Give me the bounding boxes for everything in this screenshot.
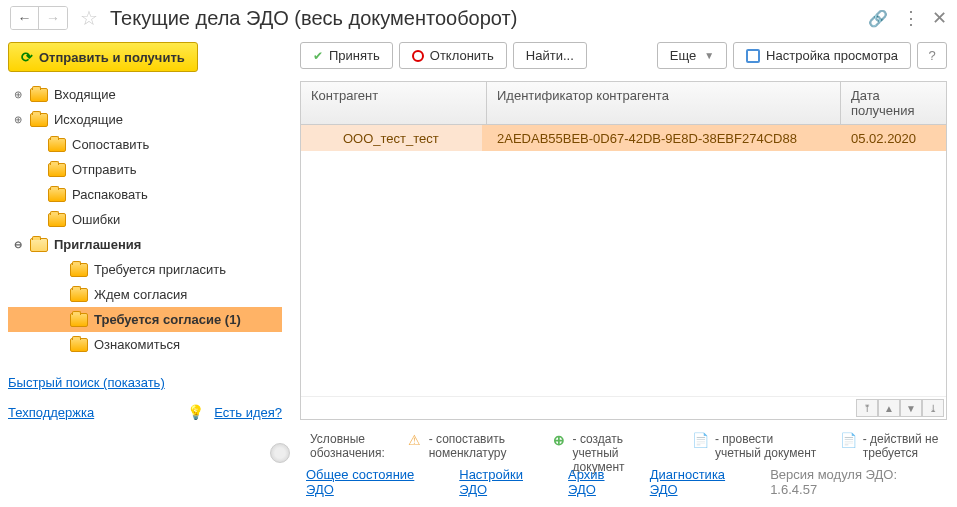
check-icon: ✔ <box>313 49 323 63</box>
tree-item[interactable]: ⊕Входящие <box>8 82 282 107</box>
send-receive-button[interactable]: ⟳ Отправить и получить <box>8 42 198 72</box>
footer-link-settings[interactable]: Настройки ЭДО <box>459 467 554 497</box>
cell-contractor: ООО_тест_тест <box>301 127 487 150</box>
folder-icon <box>70 338 88 352</box>
back-button[interactable]: ← <box>11 7 39 29</box>
table-nav-down[interactable]: ▼ <box>900 399 922 417</box>
legend-text: - провести учетный документ <box>715 432 819 460</box>
support-link[interactable]: Техподдержка <box>8 405 94 420</box>
tree-item[interactable]: Требуется согласие (1) <box>8 307 282 332</box>
folder-icon <box>70 288 88 302</box>
toolbar: ✔ Принять Отклонить Найти... Еще ▼ Настр… <box>300 42 947 69</box>
stop-icon <box>412 50 424 62</box>
folder-icon <box>30 238 48 252</box>
folder-tree: ⊕Входящие⊕ИсходящиеСопоставитьОтправитьР… <box>8 82 282 365</box>
header-actions: 🔗 ⋮ ✕ <box>868 7 947 29</box>
tree-item-label: Исходящие <box>54 112 123 127</box>
quick-search-link[interactable]: Быстрый поиск (показать) <box>8 375 282 390</box>
tree-item[interactable]: Распаковать <box>8 182 282 207</box>
header: ← → ☆ Текущие дела ЭДО (весь документооб… <box>0 0 957 36</box>
collapse-icon[interactable]: ⊖ <box>12 239 24 250</box>
refresh-icon: ⟳ <box>21 49 33 65</box>
tree-item-label: Входящие <box>54 87 116 102</box>
legend-item-post: 📄 - провести учетный документ <box>693 432 819 460</box>
link-icon[interactable]: 🔗 <box>868 9 888 28</box>
tree-item[interactable]: Ошибки <box>8 207 282 232</box>
content-area: ✔ Принять Отклонить Найти... Еще ▼ Настр… <box>290 36 957 426</box>
footer-link-diag[interactable]: Диагностика ЭДО <box>650 467 756 497</box>
tree-item-label: Ошибки <box>72 212 120 227</box>
table-nav: ⤒ ▲ ▼ ⤓ <box>301 396 946 419</box>
legend-text: - действий не требуется <box>863 432 947 460</box>
help-button[interactable]: ? <box>917 42 947 69</box>
legend-label: Условные обозначения: <box>310 432 385 460</box>
table-nav-first[interactable]: ⤒ <box>856 399 878 417</box>
legend-text: - сопоставить номенклатуру <box>429 432 529 460</box>
folder-icon <box>70 263 88 277</box>
find-button[interactable]: Найти... <box>513 42 587 69</box>
accept-button[interactable]: ✔ Принять <box>300 42 393 69</box>
sidebar: ⟳ Отправить и получить ⊕Входящие⊕Исходящ… <box>0 36 290 426</box>
gear-icon <box>746 49 760 63</box>
folder-icon <box>48 188 66 202</box>
tree-item[interactable]: Ознакомиться <box>8 332 282 357</box>
column-header-id[interactable]: Идентификатор контрагента <box>487 82 841 124</box>
folder-icon <box>70 313 88 327</box>
forward-button[interactable]: → <box>39 7 67 29</box>
reject-button[interactable]: Отклонить <box>399 42 507 69</box>
send-receive-label: Отправить и получить <box>39 50 185 65</box>
version-label: Версия модуля ЭДО: 1.6.4.57 <box>770 467 947 497</box>
tree-item[interactable]: ⊕Исходящие <box>8 107 282 132</box>
table-nav-last[interactable]: ⤓ <box>922 399 944 417</box>
view-settings-button[interactable]: Настройка просмотра <box>733 42 911 69</box>
column-header-contractor[interactable]: Контрагент <box>301 82 487 124</box>
folder-icon <box>48 138 66 152</box>
sidebar-bottom: Техподдержка 💡 Есть идея? <box>8 404 282 420</box>
document-dash-icon: 📄 <box>841 432 857 448</box>
folder-icon <box>30 113 48 127</box>
tree-item[interactable]: Требуется пригласить <box>8 257 282 282</box>
folder-icon <box>30 88 48 102</box>
table-row[interactable]: ООО_тест_тест 2AEDAB55BEB-0D67-42DB-9E8D… <box>301 125 946 151</box>
close-icon[interactable]: ✕ <box>932 7 947 29</box>
table: Контрагент Идентификатор контрагента Дат… <box>300 81 947 420</box>
accept-label: Принять <box>329 48 380 63</box>
page-title: Текущие дела ЭДО (весь документооборот) <box>110 7 860 30</box>
tree-item[interactable]: Ждем согласия <box>8 282 282 307</box>
tree-item-label: Сопоставить <box>72 137 149 152</box>
cell-id: 2AEDAB55BEB-0D67-42DB-9E8D-38EBF274CD88 <box>487 127 841 150</box>
footer-link-archive[interactable]: Архив ЭДО <box>568 467 636 497</box>
nav-buttons: ← → <box>10 6 68 30</box>
tree-item[interactable]: ⊖Приглашения <box>8 232 282 257</box>
plus-icon: ⊕ <box>551 432 567 448</box>
footer: Общее состояние ЭДО Настройки ЭДО Архив … <box>0 461 957 503</box>
cell-date: 05.02.2020 <box>841 127 946 150</box>
tree-item-label: Ознакомиться <box>94 337 180 352</box>
tree-item[interactable]: Сопоставить <box>8 132 282 157</box>
table-nav-up[interactable]: ▲ <box>878 399 900 417</box>
expand-icon[interactable]: ⊕ <box>12 114 24 125</box>
more-label: Еще <box>670 48 696 63</box>
more-button[interactable]: Еще ▼ <box>657 42 727 69</box>
status-circle-icon <box>270 443 290 463</box>
tree-item-label: Требуется пригласить <box>94 262 226 277</box>
folder-icon <box>48 163 66 177</box>
table-header: Контрагент Идентификатор контрагента Дат… <box>301 82 946 125</box>
footer-link-state[interactable]: Общее состояние ЭДО <box>306 467 445 497</box>
idea-link[interactable]: Есть идея? <box>214 405 282 420</box>
column-header-date[interactable]: Дата получения <box>841 82 946 124</box>
tree-item[interactable]: Отправить <box>8 157 282 182</box>
bulb-icon: 💡 <box>187 404 204 420</box>
expand-icon[interactable]: ⊕ <box>12 89 24 100</box>
tree-item-label: Отправить <box>72 162 136 177</box>
chevron-down-icon: ▼ <box>704 50 714 61</box>
reject-label: Отклонить <box>430 48 494 63</box>
folder-icon <box>48 213 66 227</box>
legend-item-none: 📄 - действий не требуется <box>841 432 947 460</box>
tree-item-label: Ждем согласия <box>94 287 187 302</box>
tree-item-label: Требуется согласие (1) <box>94 312 241 327</box>
kebab-menu-icon[interactable]: ⋮ <box>902 7 918 29</box>
favorite-star-icon[interactable]: ☆ <box>80 6 98 30</box>
find-label: Найти... <box>526 48 574 63</box>
view-settings-label: Настройка просмотра <box>766 48 898 63</box>
